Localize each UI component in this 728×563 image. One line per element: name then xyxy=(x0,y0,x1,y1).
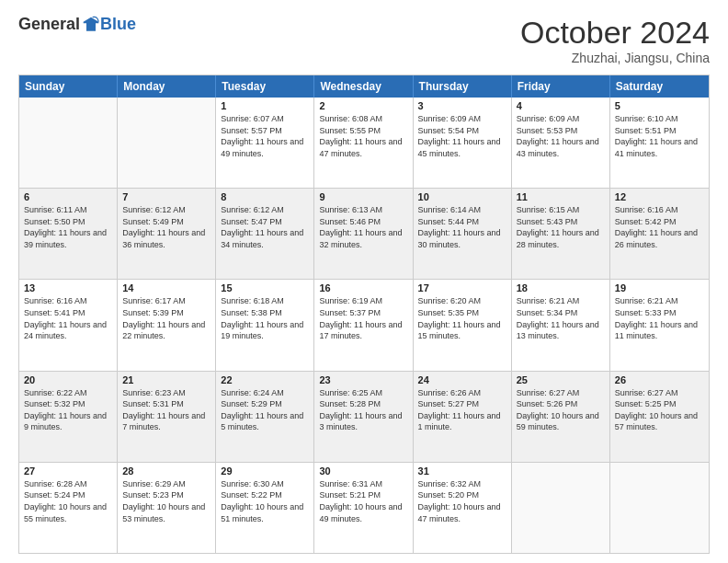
calendar-cell: 26Sunrise: 6:27 AM Sunset: 5:25 PM Dayli… xyxy=(610,372,709,462)
calendar-body: 1Sunrise: 6:07 AM Sunset: 5:57 PM Daylig… xyxy=(19,98,709,553)
day-number: 30 xyxy=(319,465,407,477)
calendar-cell: 24Sunrise: 6:26 AM Sunset: 5:27 PM Dayli… xyxy=(414,372,512,462)
cell-info: Sunrise: 6:16 AM Sunset: 5:42 PM Dayligh… xyxy=(615,204,704,250)
calendar-cell xyxy=(512,463,610,553)
calendar-header-cell: Thursday xyxy=(414,75,512,98)
calendar-cell: 9Sunrise: 6:13 AM Sunset: 5:46 PM Daylig… xyxy=(314,189,413,279)
cell-info: Sunrise: 6:09 AM Sunset: 5:53 PM Dayligh… xyxy=(517,113,605,159)
calendar-row: 1Sunrise: 6:07 AM Sunset: 5:57 PM Daylig… xyxy=(19,98,709,188)
day-number: 7 xyxy=(122,191,210,202)
cell-info: Sunrise: 6:08 AM Sunset: 5:55 PM Dayligh… xyxy=(319,113,407,159)
calendar-cell: 20Sunrise: 6:22 AM Sunset: 5:32 PM Dayli… xyxy=(19,372,118,462)
cell-info: Sunrise: 6:15 AM Sunset: 5:43 PM Dayligh… xyxy=(517,204,605,250)
calendar-cell: 4Sunrise: 6:09 AM Sunset: 5:53 PM Daylig… xyxy=(512,98,610,188)
cell-info: Sunrise: 6:14 AM Sunset: 5:44 PM Dayligh… xyxy=(418,204,506,250)
day-number: 3 xyxy=(418,100,506,111)
calendar-cell xyxy=(118,98,216,188)
calendar-cell: 14Sunrise: 6:17 AM Sunset: 5:39 PM Dayli… xyxy=(118,280,216,370)
calendar-cell: 11Sunrise: 6:15 AM Sunset: 5:43 PM Dayli… xyxy=(512,189,610,279)
calendar-cell: 28Sunrise: 6:29 AM Sunset: 5:23 PM Dayli… xyxy=(118,463,216,553)
cell-info: Sunrise: 6:29 AM Sunset: 5:23 PM Dayligh… xyxy=(122,478,210,524)
day-number: 2 xyxy=(319,100,407,111)
cell-info: Sunrise: 6:12 AM Sunset: 5:47 PM Dayligh… xyxy=(221,204,309,250)
cell-info: Sunrise: 6:26 AM Sunset: 5:27 PM Dayligh… xyxy=(418,387,506,433)
cell-info: Sunrise: 6:10 AM Sunset: 5:51 PM Dayligh… xyxy=(615,113,704,159)
cell-info: Sunrise: 6:13 AM Sunset: 5:46 PM Dayligh… xyxy=(319,204,407,250)
month-title: October 2024 xyxy=(520,15,710,51)
cell-info: Sunrise: 6:17 AM Sunset: 5:39 PM Dayligh… xyxy=(122,295,210,341)
day-number: 10 xyxy=(418,191,506,202)
calendar-cell: 6Sunrise: 6:11 AM Sunset: 5:50 PM Daylig… xyxy=(19,189,118,279)
logo-blue: Blue xyxy=(100,15,136,34)
day-number: 28 xyxy=(122,465,210,477)
cell-info: Sunrise: 6:21 AM Sunset: 5:34 PM Dayligh… xyxy=(517,295,605,341)
day-number: 13 xyxy=(24,282,112,293)
day-number: 27 xyxy=(24,465,112,477)
page: General Blue October 2024 Zhuzhai, Jiang… xyxy=(0,0,728,563)
day-number: 19 xyxy=(615,282,704,293)
day-number: 12 xyxy=(615,191,704,202)
day-number: 23 xyxy=(319,374,407,385)
cell-info: Sunrise: 6:24 AM Sunset: 5:29 PM Dayligh… xyxy=(221,387,309,433)
logo: General Blue xyxy=(18,15,136,34)
calendar-cell: 23Sunrise: 6:25 AM Sunset: 5:28 PM Dayli… xyxy=(314,372,413,462)
cell-info: Sunrise: 6:27 AM Sunset: 5:26 PM Dayligh… xyxy=(517,387,605,433)
day-number: 11 xyxy=(517,191,605,202)
cell-info: Sunrise: 6:30 AM Sunset: 5:22 PM Dayligh… xyxy=(221,478,309,524)
calendar-cell: 8Sunrise: 6:12 AM Sunset: 5:47 PM Daylig… xyxy=(216,189,314,279)
day-number: 18 xyxy=(517,282,605,293)
calendar-header-cell: Friday xyxy=(512,75,610,98)
cell-info: Sunrise: 6:07 AM Sunset: 5:57 PM Dayligh… xyxy=(221,113,309,159)
cell-info: Sunrise: 6:22 AM Sunset: 5:32 PM Dayligh… xyxy=(24,387,112,433)
calendar-cell: 3Sunrise: 6:09 AM Sunset: 5:54 PM Daylig… xyxy=(414,98,512,188)
calendar-header-cell: Tuesday xyxy=(216,75,314,98)
calendar-header-cell: Saturday xyxy=(610,75,709,98)
calendar-row: 6Sunrise: 6:11 AM Sunset: 5:50 PM Daylig… xyxy=(19,188,709,279)
day-number: 14 xyxy=(122,282,210,293)
title-section: October 2024 Zhuzhai, Jiangsu, China xyxy=(520,15,710,65)
day-number: 6 xyxy=(24,191,112,202)
cell-info: Sunrise: 6:18 AM Sunset: 5:38 PM Dayligh… xyxy=(221,295,309,341)
day-number: 21 xyxy=(122,374,210,385)
cell-info: Sunrise: 6:09 AM Sunset: 5:54 PM Dayligh… xyxy=(418,113,506,159)
calendar-header-cell: Sunday xyxy=(19,75,118,98)
calendar-cell: 5Sunrise: 6:10 AM Sunset: 5:51 PM Daylig… xyxy=(610,98,709,188)
day-number: 16 xyxy=(319,282,407,293)
logo-icon xyxy=(82,16,100,34)
calendar-cell: 15Sunrise: 6:18 AM Sunset: 5:38 PM Dayli… xyxy=(216,280,314,370)
calendar-cell: 16Sunrise: 6:19 AM Sunset: 5:37 PM Dayli… xyxy=(314,280,413,370)
cell-info: Sunrise: 6:20 AM Sunset: 5:35 PM Dayligh… xyxy=(418,295,506,341)
calendar-header: SundayMondayTuesdayWednesdayThursdayFrid… xyxy=(19,75,709,98)
calendar-row: 20Sunrise: 6:22 AM Sunset: 5:32 PM Dayli… xyxy=(19,371,709,462)
day-number: 26 xyxy=(615,374,704,385)
day-number: 29 xyxy=(221,465,309,477)
calendar: SundayMondayTuesdayWednesdayThursdayFrid… xyxy=(18,75,710,554)
day-number: 5 xyxy=(615,100,704,111)
cell-info: Sunrise: 6:23 AM Sunset: 5:31 PM Dayligh… xyxy=(122,387,210,433)
day-number: 22 xyxy=(221,374,309,385)
day-number: 1 xyxy=(221,100,309,111)
calendar-cell: 18Sunrise: 6:21 AM Sunset: 5:34 PM Dayli… xyxy=(512,280,610,370)
calendar-cell: 19Sunrise: 6:21 AM Sunset: 5:33 PM Dayli… xyxy=(610,280,709,370)
calendar-cell: 27Sunrise: 6:28 AM Sunset: 5:24 PM Dayli… xyxy=(19,463,118,553)
day-number: 9 xyxy=(319,191,407,202)
cell-info: Sunrise: 6:19 AM Sunset: 5:37 PM Dayligh… xyxy=(319,295,407,341)
day-number: 25 xyxy=(517,374,605,385)
calendar-cell: 13Sunrise: 6:16 AM Sunset: 5:41 PM Dayli… xyxy=(19,280,118,370)
cell-info: Sunrise: 6:28 AM Sunset: 5:24 PM Dayligh… xyxy=(24,478,112,524)
cell-info: Sunrise: 6:12 AM Sunset: 5:49 PM Dayligh… xyxy=(122,204,210,250)
calendar-cell: 30Sunrise: 6:31 AM Sunset: 5:21 PM Dayli… xyxy=(314,463,413,553)
header: General Blue October 2024 Zhuzhai, Jiang… xyxy=(18,15,710,65)
calendar-cell xyxy=(610,463,709,553)
calendar-cell: 17Sunrise: 6:20 AM Sunset: 5:35 PM Dayli… xyxy=(414,280,512,370)
calendar-cell: 29Sunrise: 6:30 AM Sunset: 5:22 PM Dayli… xyxy=(216,463,314,553)
day-number: 8 xyxy=(221,191,309,202)
cell-info: Sunrise: 6:31 AM Sunset: 5:21 PM Dayligh… xyxy=(319,478,407,524)
cell-info: Sunrise: 6:27 AM Sunset: 5:25 PM Dayligh… xyxy=(615,387,704,433)
calendar-cell: 10Sunrise: 6:14 AM Sunset: 5:44 PM Dayli… xyxy=(414,189,512,279)
day-number: 15 xyxy=(221,282,309,293)
cell-info: Sunrise: 6:11 AM Sunset: 5:50 PM Dayligh… xyxy=(24,204,112,250)
calendar-cell: 22Sunrise: 6:24 AM Sunset: 5:29 PM Dayli… xyxy=(216,372,314,462)
day-number: 31 xyxy=(418,465,506,477)
logo-general: General xyxy=(18,15,80,34)
